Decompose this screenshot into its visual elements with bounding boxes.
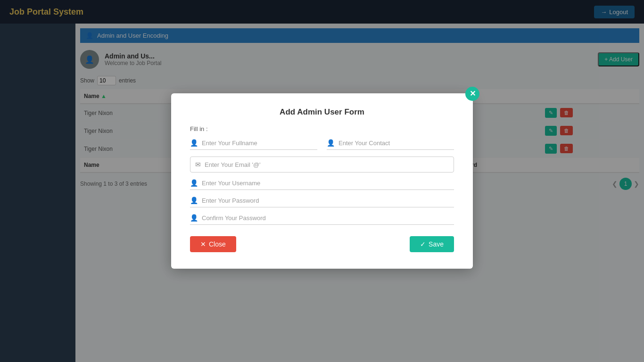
save-button[interactable]: ✓ Save [410, 236, 454, 252]
modal-title: Add Admin User Form [190, 107, 454, 117]
username-input[interactable] [202, 180, 454, 187]
contact-group: 👤 [327, 139, 454, 150]
fill-in-label: Fill in : [190, 125, 454, 132]
modal-close-x-button[interactable]: ✕ [465, 87, 479, 101]
modal-footer: ✕ Close ✓ Save [190, 236, 454, 252]
confirm-password-group: 👤 [190, 214, 454, 225]
fullname-input[interactable] [202, 140, 317, 147]
user-icon: 👤 [190, 139, 198, 147]
password-group: 👤 [190, 197, 454, 207]
add-admin-modal: ✕ Add Admin User Form Fill in : 👤 👤 ✉ 👤 … [171, 93, 473, 269]
email-group: ✉ [190, 156, 454, 173]
contact-icon: 👤 [327, 139, 335, 147]
email-icon: ✉ [195, 161, 201, 168]
close-button[interactable]: ✕ Close [190, 236, 236, 252]
email-input[interactable] [205, 161, 449, 168]
save-check-icon: ✓ [420, 240, 426, 248]
confirm-password-input[interactable] [202, 214, 454, 222]
form-row-name-contact: 👤 👤 [190, 139, 454, 150]
close-x-icon: ✕ [200, 240, 206, 248]
form-row-username: 👤 [190, 179, 454, 190]
password-icon: 👤 [190, 197, 198, 204]
password-input[interactable] [202, 197, 454, 204]
confirm-password-icon: 👤 [190, 214, 198, 222]
form-row-confirm-password: 👤 [190, 214, 454, 225]
fullname-group: 👤 [190, 139, 317, 150]
contact-input[interactable] [339, 140, 454, 147]
form-row-password: 👤 [190, 197, 454, 207]
username-icon: 👤 [190, 179, 198, 187]
username-group: 👤 [190, 179, 454, 190]
